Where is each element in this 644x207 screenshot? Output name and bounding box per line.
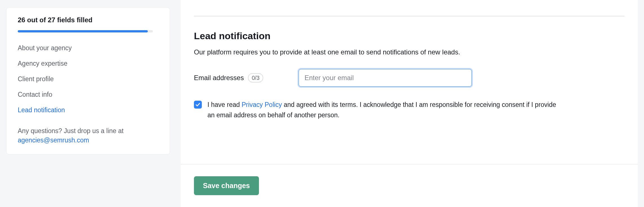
sidebar-footer-text: Any questions? Just drop us a line at xyxy=(18,127,124,135)
sidebar-nav: About your agency Agency expertise Clien… xyxy=(18,44,158,114)
email-addresses-label: Email addresses xyxy=(194,74,244,82)
sidebar-footer-email-link[interactable]: agencies@semrush.com xyxy=(18,136,89,144)
main-panel: Lead notification Our platform requires … xyxy=(181,0,638,207)
email-field-row: Email addresses 0/3 xyxy=(194,69,625,87)
sidebar: 26 out of 27 fields filled About your ag… xyxy=(6,7,170,155)
check-icon xyxy=(195,102,200,107)
save-button[interactable]: Save changes xyxy=(194,176,259,195)
lead-notification-section: Lead notification Our platform requires … xyxy=(181,16,638,164)
section-description: Our platform requires you to provide at … xyxy=(194,47,492,57)
sidebar-item-contact-info[interactable]: Contact info xyxy=(18,91,158,98)
progress-bar xyxy=(18,30,153,32)
progress-label: 26 out of 27 fields filled xyxy=(18,16,158,24)
email-input[interactable] xyxy=(299,69,472,87)
section-title: Lead notification xyxy=(194,30,625,41)
footer-bar: Save changes xyxy=(181,164,638,207)
consent-text-before: I have read xyxy=(207,101,242,108)
privacy-policy-link[interactable]: Privacy Policy xyxy=(242,101,282,108)
email-label-wrap: Email addresses 0/3 xyxy=(194,73,299,82)
sidebar-item-about-agency[interactable]: About your agency xyxy=(18,44,158,52)
sidebar-footer: Any questions? Just drop us a line at ag… xyxy=(18,126,158,145)
email-count-badge: 0/3 xyxy=(248,73,263,82)
consent-row: I have read Privacy Policy and agreed wi… xyxy=(194,100,560,120)
sidebar-item-agency-expertise[interactable]: Agency expertise xyxy=(18,60,158,67)
consent-text: I have read Privacy Policy and agreed wi… xyxy=(207,100,560,120)
consent-checkbox[interactable] xyxy=(194,101,202,109)
sidebar-item-client-profile[interactable]: Client profile xyxy=(18,75,158,83)
progress-bar-fill xyxy=(18,30,148,32)
sidebar-item-lead-notification[interactable]: Lead notification xyxy=(18,106,158,114)
